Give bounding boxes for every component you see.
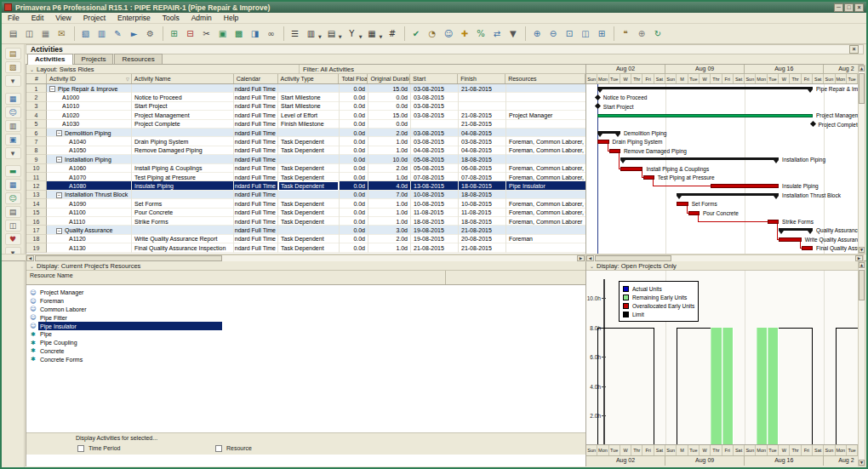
scroll-thumb[interactable] <box>859 270 865 300</box>
column-header-finish[interactable]: Finish <box>458 74 505 83</box>
close-button[interactable]: × <box>854 3 864 12</box>
level-icon[interactable]: ▼ <box>505 26 520 41</box>
zoom-fit-icon[interactable]: ⊡ <box>562 26 576 41</box>
table-row-A1040[interactable]: 7A1040Drain Piping Systemndard Full Time… <box>26 137 585 146</box>
title-bar[interactable]: Primavera P6 Professional R15.1 : PIPE R… <box>2 2 866 13</box>
table-row-A1030[interactable]: 5A1030Project Completendard Full TimeFin… <box>26 120 585 129</box>
resource-row-concrete[interactable]: ✱Concrete <box>26 347 585 356</box>
resource-row-project-manager[interactable]: ☺Project Manager <box>26 289 585 297</box>
pointer-icon[interactable]: ► <box>127 26 141 41</box>
column-header-total-float[interactable]: Total Float <box>339 74 368 83</box>
resources-icon[interactable]: ☺ <box>441 26 455 41</box>
menu-item-edit[interactable]: Edit <box>26 14 50 22</box>
filter-funnel-icon[interactable]: ▽ <box>126 77 129 82</box>
column-header--[interactable]: # <box>26 74 47 83</box>
clock-icon[interactable]: ◔ <box>425 26 439 41</box>
scroll-down-icon[interactable]: ▼ <box>859 247 865 253</box>
task-bar-18[interactable] <box>779 237 802 242</box>
scroll-thumb[interactable] <box>35 255 222 261</box>
loe-bar-4[interactable] <box>597 114 813 117</box>
schedule-icon[interactable]: ✔ <box>408 26 423 41</box>
menu-item-enterprise[interactable]: Enterprise <box>111 14 157 22</box>
save-layout-icon[interactable]: ▥ <box>94 26 109 41</box>
table-row-A1050[interactable]: 8A1050Remove Damaged Pipingndard Full Ti… <box>26 146 585 155</box>
resource-row-pipe-coupling[interactable]: ✱Pipe Coupling <box>26 339 585 347</box>
resources-rail-icon[interactable]: ☺ <box>5 106 21 118</box>
tab-resources[interactable]: Resources <box>114 54 162 64</box>
projects-icon[interactable]: ▦ <box>5 93 21 105</box>
table-row-demolition-piping[interactable]: 6−Demolition Pipingndard Full Time0.0d2.… <box>26 129 585 137</box>
dropdown-arrow-icon[interactable]: ▼ <box>359 34 363 39</box>
scroll-thumb[interactable] <box>595 255 671 261</box>
collapse-expander-icon[interactable]: − <box>56 157 62 163</box>
dd2-icon[interactable]: ▾ <box>5 147 21 159</box>
resource-row-foreman[interactable]: ☺Foreman <box>26 297 585 306</box>
bars-icon[interactable]: ▤ <box>324 26 339 41</box>
table-row-A1080[interactable]: 12A1080Insulate Pipingndard Full TimeTas… <box>26 181 585 190</box>
minimize-button[interactable]: ─ <box>834 3 843 12</box>
table-row-pipe-repair-&-improve[interactable]: 1−Pipe Repair & Improvendard Full Time0.… <box>26 84 585 93</box>
collapse-expander-icon[interactable]: − <box>56 192 62 198</box>
menu-item-admin[interactable]: Admin <box>186 14 218 22</box>
summary-bar-1[interactable] <box>597 87 813 89</box>
resource-row-pipe-insulator[interactable]: ☺Pipe Insulator <box>26 322 585 330</box>
assignments-icon[interactable]: ☺ <box>5 192 21 204</box>
group-icon[interactable]: ▦ <box>365 26 380 41</box>
table-row-A1020[interactable]: 4A1020Project Managementndard Full TimeL… <box>26 111 585 119</box>
zoom-in-icon[interactable]: ⊕ <box>529 26 544 41</box>
snapshot-icon[interactable]: ◨ <box>248 26 262 41</box>
filter-icon[interactable]: Y <box>345 26 359 41</box>
reports-icon[interactable]: ▥ <box>5 120 21 132</box>
split-icon[interactable]: ◫ <box>578 26 592 41</box>
milestone-5[interactable] <box>809 121 815 127</box>
print-icon[interactable]: ▤ <box>6 26 20 41</box>
dd-icon[interactable]: ▾ <box>5 75 21 87</box>
edit-layout-icon[interactable]: ✎ <box>111 26 125 41</box>
table-row-A1000[interactable]: 2A1000Notice to Proceedndard Full TimeSt… <box>26 93 585 101</box>
resource-row-concrete-forms[interactable]: ✱Concrete Forms <box>26 355 585 363</box>
columns-icon[interactable]: ▥ <box>304 26 318 41</box>
new-project-icon[interactable]: ▤ <box>5 48 21 60</box>
link-icon[interactable]: ∞ <box>264 26 278 41</box>
week-header-Aug02[interactable]: Aug 02 <box>586 65 665 74</box>
dropdown-arrow-icon[interactable]: ▼ <box>339 34 342 39</box>
table-row-installation-thrust-block[interactable]: 13−Installation Thrust Blockndard Full T… <box>26 191 585 199</box>
menu-item-view[interactable]: View <box>49 14 77 22</box>
collapse-expander-icon[interactable]: − <box>56 228 62 234</box>
layout-options-bar[interactable]: ⌄ Layout: Swiss Rides <box>26 65 299 74</box>
close-panel-icon[interactable]: × <box>849 45 859 54</box>
column-header-resources[interactable]: Resources <box>505 74 585 83</box>
task-bar-10[interactable] <box>620 167 643 171</box>
table-row-A1110[interactable]: 16A1110Strike Formsndard Full TimeTask D… <box>26 217 585 226</box>
summary-bar-6[interactable] <box>597 131 620 134</box>
column-header-start[interactable]: Start <box>410 74 458 83</box>
remaining-units-bar[interactable] <box>722 328 734 445</box>
table-row-A1010[interactable]: 3A1010Start Projectndard Full TimeStart … <box>26 102 585 111</box>
remaining-units-bar[interactable] <box>757 328 768 445</box>
refresh-icon[interactable]: ↻ <box>650 26 665 41</box>
filter-options-bar[interactable]: Filter: All Activities <box>299 65 585 74</box>
checkbox-resource[interactable] <box>215 445 222 452</box>
resources-display-bar[interactable]: ⌄ Display: Current Project's Resources <box>26 261 585 271</box>
week-header-Aug16[interactable]: Aug 16 <box>745 65 824 74</box>
week-header-Aug09[interactable]: Aug 09 <box>665 456 745 466</box>
scroll-up-icon[interactable]: ▲ <box>859 66 865 71</box>
open-layout-icon[interactable]: ▧ <box>78 26 93 41</box>
thresholds-icon[interactable]: ♥ <box>5 233 21 245</box>
usage-display-bar[interactable]: ⌄ Display: Open Projects Only <box>586 261 864 271</box>
task-bar-19[interactable] <box>802 246 813 250</box>
paste-icon[interactable]: ▩ <box>231 26 246 41</box>
table-row-A1130[interactable]: 19A1130Final Quality Assurance Inspectio… <box>26 243 585 252</box>
resource-name-header[interactable]: Resource Name <box>26 271 585 285</box>
cut-icon[interactable]: ✂ <box>199 26 214 41</box>
gantt-vertical-scrollbar[interactable]: ▲▼ <box>858 65 865 254</box>
summary-bar-9[interactable] <box>620 157 779 160</box>
tab-projects[interactable]: Projects <box>74 54 114 64</box>
remaining-units-bar[interactable] <box>711 328 722 445</box>
table-row-A1120[interactable]: 18A1120Write Quality Assurance Reportnda… <box>26 235 585 243</box>
menu-item-file[interactable]: File <box>2 14 26 22</box>
table-row-A1070[interactable]: 11A1070Test Piping at Pressurendard Full… <box>26 173 585 181</box>
expand-icon[interactable]: ⊞ <box>594 26 608 41</box>
table-row-A1100[interactable]: 15A1100Pour Concretendard Full TimeTask … <box>26 209 585 217</box>
scroll-right-icon[interactable]: ▶ <box>855 255 863 261</box>
